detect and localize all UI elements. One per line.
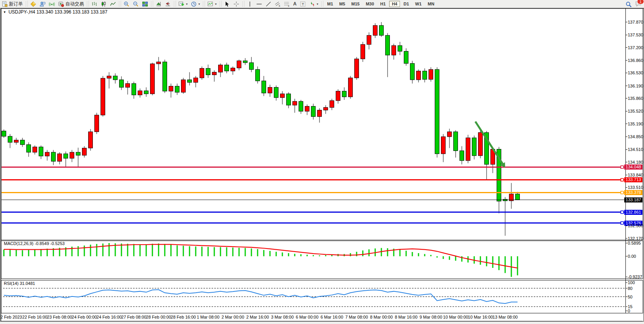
time-axis-label: 10 Mar 00:00 — [443, 315, 468, 319]
signals-button[interactable] — [47, 0, 56, 7]
auto-scroll-icon — [155, 1, 162, 7]
time-axis-label: 1 Mar 08:00 — [197, 315, 220, 319]
bear-candle — [2, 131, 6, 136]
indicators-caret-icon: ▾ — [215, 2, 217, 6]
bull-candle — [466, 138, 470, 161]
hline-handle[interactable] — [621, 178, 624, 181]
time-axis-label: 28 Feb 00:00 — [146, 315, 171, 319]
timeframe-button-w1[interactable]: W1 — [412, 1, 424, 7]
bear-candle — [175, 86, 179, 93]
line-chart-mode-button[interactable] — [108, 0, 118, 7]
time-axis-label: 8 Mar 16:00 — [395, 315, 418, 319]
timeframe-button-m1[interactable]: M1 — [325, 1, 336, 7]
zoom-in-button[interactable] — [122, 0, 131, 7]
price-tick-label: 137.530 — [628, 33, 643, 37]
timeframe-button-m15[interactable]: M15 — [348, 1, 362, 7]
bull-candle — [95, 115, 99, 132]
crosshair-tool-button[interactable] — [232, 0, 241, 7]
bull-candle — [70, 152, 74, 158]
community-button[interactable] — [38, 0, 47, 7]
vertical-line-tool-button[interactable] — [245, 0, 255, 7]
bear-candle — [454, 132, 458, 151]
bull-candle — [237, 61, 241, 68]
trendline-tool-button[interactable] — [264, 0, 273, 7]
hline-price-tag[interactable]: 132.861 — [624, 210, 642, 215]
price-tick-label: 132.170 — [628, 237, 643, 241]
bar-chart-mode-button[interactable] — [90, 0, 99, 7]
bear-candle — [243, 61, 248, 63]
hline-handle[interactable] — [621, 211, 624, 214]
hline-handle[interactable] — [621, 222, 624, 225]
time-axis-label: 8 Mar 00:00 — [370, 315, 393, 319]
hline-price-tag[interactable]: 133.378 — [624, 190, 642, 195]
text-label-tool-button[interactable]: T — [298, 0, 307, 7]
timeframe-button-m5[interactable]: M5 — [337, 1, 348, 7]
time-axis-label: 3 Mar 08:00 — [271, 315, 294, 319]
chart-shift-button[interactable] — [163, 0, 173, 7]
search-icon[interactable] — [625, 1, 632, 8]
hline-handle[interactable] — [621, 166, 624, 168]
timeframe-button-h4[interactable]: H4 — [389, 1, 400, 7]
bear-candle — [20, 140, 25, 145]
timeframe-button-d1[interactable]: D1 — [401, 1, 412, 7]
bear-candle — [404, 51, 408, 63]
bull-candle — [361, 45, 365, 59]
channel-tool-button[interactable]: E — [273, 0, 282, 7]
timeframe-button-h1[interactable]: H1 — [378, 1, 388, 7]
bull-candle — [348, 78, 353, 97]
time-axis-label: 13 Mar 08:00 — [493, 315, 518, 319]
toolbar-separator — [219, 1, 222, 7]
period-button[interactable]: ▾ — [189, 0, 202, 7]
cursor-tool-button[interactable] — [222, 0, 232, 7]
bull-candle — [280, 94, 285, 98]
text-label-icon: T — [300, 1, 306, 7]
bull-candle — [336, 91, 340, 101]
price-tick-label: 135.190 — [628, 122, 643, 126]
rsi-pane-border — [1, 280, 643, 313]
bull-candle — [373, 26, 378, 35]
fibonacci-tool-button[interactable]: F — [282, 0, 292, 7]
price-tick-label: 133.510 — [628, 185, 643, 190]
time-axis-label: 6 Mar 00:00 — [296, 315, 319, 319]
market-button[interactable] — [29, 0, 38, 7]
tile-windows-button[interactable] — [140, 0, 150, 7]
trendline-icon — [265, 1, 272, 7]
autotrading-button[interactable]: 自动交易 — [56, 0, 85, 7]
chart-plot[interactable] — [0, 0, 644, 324]
bull-candle — [126, 84, 130, 87]
bear-candle — [287, 94, 291, 105]
notifications-button[interactable]: 1 — [635, 0, 642, 9]
bull-candle — [212, 72, 217, 75]
bull-candle — [478, 132, 483, 156]
bull-candle — [305, 106, 309, 111]
indicators-button[interactable]: ▾ — [206, 0, 218, 7]
hline-handle[interactable] — [621, 191, 624, 194]
new-chart-button[interactable]: ▾ — [177, 0, 189, 7]
chart-title-row: ▼ USDJPY-,H4 133.340 133.396 133.183 133… — [3, 9, 108, 15]
new-order-label: 新订单 — [9, 1, 23, 7]
new-order-button[interactable]: 新订单 — [0, 0, 24, 7]
time-axis-label: 7 Mar 08:00 — [345, 315, 368, 319]
hline-price-tag[interactable]: 133.713 — [624, 177, 642, 182]
candlestick-mode-button[interactable] — [99, 0, 108, 7]
bull-candle — [82, 148, 87, 155]
text-tool-button[interactable]: A — [292, 0, 298, 7]
bull-candle — [268, 87, 272, 93]
bull-candle — [58, 154, 62, 161]
horizontal-line-tool-button[interactable] — [255, 0, 264, 7]
timeframe-button-mn[interactable]: MN — [425, 1, 437, 7]
hline-price-tag[interactable]: 134.048 — [624, 165, 642, 170]
signals-icon — [49, 1, 55, 7]
bear-candle — [132, 84, 136, 95]
timeframe-button-m30[interactable]: M30 — [363, 1, 377, 7]
price-tick-label: 136.860 — [628, 58, 643, 63]
arrows-tool-button[interactable]: ▾ — [307, 0, 320, 7]
zoom-in-icon — [123, 1, 130, 7]
bull-candle — [318, 110, 322, 117]
zoom-out-button[interactable] — [131, 0, 140, 7]
bull-candle — [355, 59, 359, 78]
bear-candle — [386, 35, 390, 55]
symbol-dropdown-icon[interactable]: ▼ — [3, 10, 6, 14]
auto-scroll-button[interactable] — [154, 0, 163, 7]
time-axis-label: 28 Feb 16:00 — [171, 315, 196, 319]
